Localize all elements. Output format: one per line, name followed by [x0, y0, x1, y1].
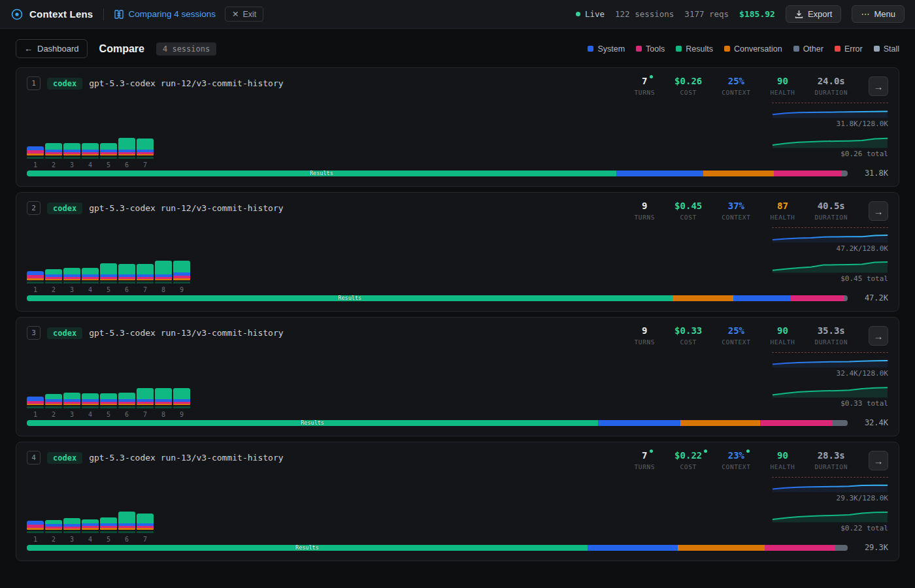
back-to-dashboard-button[interactable]: ← Dashboard [16, 39, 88, 58]
close-icon: ✕ [232, 9, 239, 19]
session-index-badge: 2 [27, 201, 41, 215]
stat-cost: $0.22COST [674, 451, 702, 470]
distribution-results-label: Results [310, 171, 333, 176]
stat-label: CONTEXT [722, 338, 750, 346]
bar-segment [63, 143, 80, 150]
bar-base-strip [118, 406, 135, 408]
distribution-segment-system [616, 171, 703, 176]
turn-bar[interactable]: 1 [27, 271, 44, 293]
bar-segment [63, 529, 80, 530]
open-session-button[interactable]: → [869, 451, 888, 470]
turn-bar[interactable]: 3 [63, 393, 80, 418]
turn-bar[interactable]: 1 [27, 397, 44, 418]
turn-bar[interactable]: 1 [27, 521, 44, 543]
turn-bar[interactable]: 8 [155, 261, 172, 293]
turn-number: 3 [63, 536, 80, 543]
turn-bar[interactable]: 6 [118, 393, 135, 418]
turn-number: 8 [155, 286, 172, 293]
context-sparkline [772, 231, 888, 243]
live-dot-icon [576, 12, 580, 16]
comparing-sessions-link[interactable]: Comparing 4 sessions [114, 9, 216, 19]
turn-bar[interactable]: 3 [63, 518, 80, 543]
turn-bar[interactable]: 4 [82, 393, 99, 418]
session-name: gpt-5.3-codex run-12/v3-commit-history [89, 78, 283, 88]
bar-base-strip [45, 282, 62, 284]
turn-bar[interactable]: 3 [63, 143, 80, 169]
turn-bar-stack [82, 393, 99, 405]
stat-value: 7 [642, 76, 647, 86]
stat-value: 37% [728, 201, 744, 211]
turn-bar[interactable]: 4 [82, 268, 99, 293]
session-card[interactable]: 1 codex gpt-5.3-codex run-12/v3-commit-h… [16, 67, 899, 187]
turn-bar[interactable]: 2 [45, 143, 62, 169]
turn-bar[interactable]: 5 [100, 143, 117, 169]
stat-turns: 9TURNS [635, 201, 656, 221]
bar-segment [63, 154, 80, 155]
bar-segment [100, 154, 117, 155]
stat-label: HEALTH [771, 463, 795, 470]
requests-count: 3177 reqs [684, 9, 729, 19]
bar-segment [173, 261, 190, 272]
turn-bar-stack [27, 397, 44, 405]
turn-bar[interactable]: 6 [118, 138, 135, 169]
turn-bar[interactable]: 6 [118, 264, 135, 293]
bar-base-strip [27, 157, 44, 159]
stat-value: 87 [777, 201, 788, 211]
stat-context: 37%CONTEXT [722, 201, 750, 221]
open-session-button[interactable]: → [869, 76, 888, 96]
distribution-segment-conversation [703, 171, 774, 176]
stat-context: 23%CONTEXT [722, 451, 750, 470]
legend-label: Results [686, 44, 713, 54]
stat-label: COST [680, 214, 697, 221]
sparklines: 29.3K/128.0K $0.22 total [772, 477, 888, 543]
exit-button[interactable]: ✕ Exit [225, 7, 263, 22]
turn-bar[interactable]: 4 [82, 519, 99, 543]
open-session-button[interactable]: → [869, 201, 888, 221]
page-title: Compare [99, 43, 144, 55]
turn-bar[interactable]: 5 [100, 393, 117, 418]
turn-bar[interactable]: 2 [45, 520, 62, 543]
stat-context: 25%CONTEXT [722, 76, 750, 96]
turn-bar[interactable]: 5 [100, 517, 117, 543]
turn-bar[interactable]: 5 [100, 263, 117, 293]
menu-button[interactable]: ⋯ Menu [852, 5, 905, 23]
export-button[interactable]: Export [786, 5, 842, 23]
turn-bar[interactable]: 2 [45, 394, 62, 418]
top-bar: Context Lens Comparing 4 sessions ✕ Exit… [0, 0, 915, 29]
stat-value: 35.3s [818, 326, 845, 336]
turn-bar[interactable]: 7 [137, 139, 154, 169]
turn-bar-stack [137, 139, 154, 155]
bar-segment [118, 138, 135, 150]
open-session-button[interactable]: → [869, 326, 888, 346]
stat-label: HEALTH [771, 214, 795, 221]
turn-bar[interactable]: 4 [82, 143, 99, 169]
turn-bar[interactable]: 6 [118, 512, 135, 543]
bar-segment [137, 404, 154, 405]
turn-number: 5 [100, 286, 117, 293]
bar-segment [82, 154, 99, 155]
session-card[interactable]: 2 codex gpt-5.3-codex run-12/v3-commit-h… [16, 192, 899, 312]
bar-segment [45, 529, 62, 530]
turn-bar[interactable]: 7 [137, 388, 154, 418]
turn-bar[interactable]: 1 [27, 146, 44, 169]
bar-segment [82, 143, 99, 150]
turn-number: 6 [118, 161, 135, 169]
cost-sparkline [772, 259, 888, 273]
best-value-dot-icon [650, 75, 653, 78]
turn-bar[interactable]: 7 [137, 514, 154, 543]
turn-bar-stack [63, 393, 80, 405]
bar-base-strip [27, 282, 44, 284]
bar-segment [137, 279, 154, 280]
turn-bar[interactable]: 2 [45, 269, 62, 293]
stat-label: CONTEXT [722, 89, 750, 96]
turn-bar[interactable]: 7 [137, 264, 154, 293]
turn-bar[interactable]: 8 [155, 388, 172, 418]
bar-segment [173, 388, 190, 399]
session-card[interactable]: 3 codex gpt-5.3-codex run-13/v3-commit-h… [16, 317, 899, 436]
bar-segment [100, 143, 117, 150]
turn-bar[interactable]: 9 [173, 388, 190, 418]
turn-bar[interactable]: 3 [63, 268, 80, 293]
session-card[interactable]: 4 codex gpt-5.3-codex run-13/v3-commit-h… [16, 442, 899, 561]
turn-bar-stack [63, 268, 80, 280]
turn-bar[interactable]: 9 [173, 261, 190, 293]
